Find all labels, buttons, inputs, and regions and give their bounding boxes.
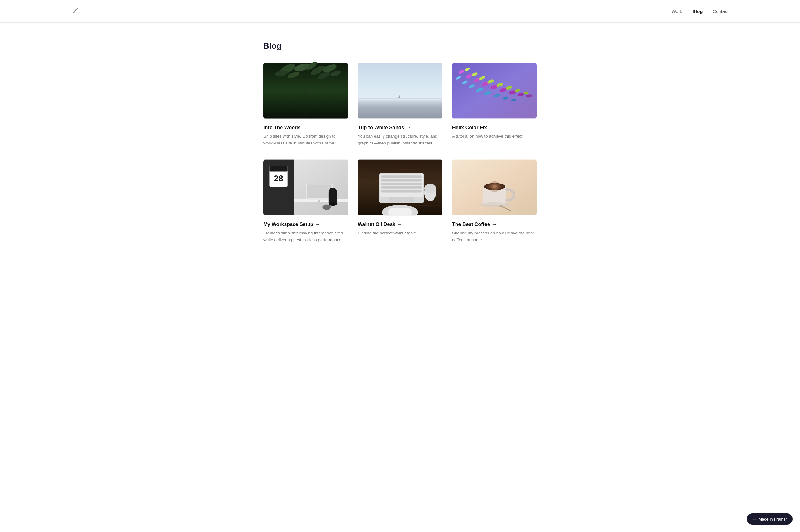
logo-icon [71,6,80,15]
nav-contact[interactable]: Contact [712,9,729,14]
svg-point-85 [499,205,503,208]
blog-card-desc-workspace: Framer's simplifies making interactive s… [263,230,348,243]
svg-point-52 [319,200,320,202]
blog-card-workspace[interactable]: 28 My Workspace Setup → [263,159,348,243]
blog-card-white-sands[interactable]: Trip to White Sands → You can easily cha… [358,62,442,146]
svg-point-55 [329,203,337,206]
svg-rect-70 [389,197,414,202]
blog-image-into-the-woods [263,62,348,119]
logo[interactable] [71,6,80,16]
svg-rect-66 [381,179,422,182]
arrow-walnut: → [397,222,402,227]
blog-card-into-the-woods[interactable]: Into The Woods → Ship sites with style. … [263,62,348,146]
blog-card-title-workspace: My Workspace Setup → [263,222,348,227]
blog-card-title-into-the-woods: Into The Woods → [263,125,348,131]
svg-rect-65 [381,175,422,178]
blog-card-title-coffee: The Best Coffee → [452,222,537,227]
page-title: Blog [263,41,537,51]
blog-card-title-white-sands: Trip to White Sands → [358,125,442,131]
svg-point-82 [493,185,496,189]
blog-card-walnut[interactable]: Walnut Oil Desk → Finding the perfect wa… [358,159,442,243]
blog-card-desc-white-sands: You can easily change structure, style, … [358,133,442,146]
nav-links: Work Blog Contact [672,9,729,14]
svg-rect-75 [388,208,412,216]
blog-image-workspace: 28 [263,159,348,216]
arrow-coffee: → [492,222,497,227]
svg-rect-15 [358,98,442,99]
arrow-white-sands: → [406,125,411,131]
arrow-helix: → [489,125,494,131]
blog-image-walnut [358,159,442,216]
footer-badge-label: Made in Framer [759,517,787,521]
arrow-into-the-woods: → [303,125,308,131]
made-in-framer-badge[interactable]: ⊹ Made in Framer [747,513,793,525]
main-content: Blog [257,23,543,268]
svg-rect-69 [381,190,422,192]
blog-card-title-walnut: Walnut Oil Desk → [358,222,442,227]
blog-card-title-helix: Helix Color Fix → [452,125,537,131]
nav-blog[interactable]: Blog [692,9,703,14]
svg-rect-67 [381,183,422,185]
blog-image-coffee [452,159,537,216]
svg-rect-68 [381,186,422,189]
svg-rect-18 [452,63,537,119]
blog-image-white-sands [358,62,442,119]
svg-text:28: 28 [274,174,283,183]
navbar: Work Blog Contact [0,0,800,23]
svg-rect-47 [269,166,287,171]
arrow-workspace: → [315,222,320,227]
blog-image-helix [452,62,537,119]
blog-card-helix[interactable]: Helix Color Fix → A tutorial on how to a… [452,62,537,146]
blog-card-desc-coffee: Sharing my process on how I make the bes… [452,230,537,243]
framer-icon: ⊹ [752,516,756,521]
svg-point-83 [479,203,510,207]
blog-card-desc-helix: A tutorial on how to achieve this effect… [452,133,537,140]
svg-rect-16 [398,97,400,98]
blog-grid: Into The Woods → Ship sites with style. … [263,62,537,243]
blog-card-desc-walnut: Finding the perfect walnut table. [358,230,442,236]
svg-rect-14 [358,63,442,119]
svg-point-56 [323,205,331,210]
blog-card-coffee[interactable]: The Best Coffee → Sharing my process on … [452,159,537,243]
svg-rect-51 [307,185,332,198]
blog-card-desc-into-the-woods: Ship sites with style. Go from design to… [263,133,348,146]
svg-rect-54 [329,192,337,204]
nav-work[interactable]: Work [672,9,683,14]
